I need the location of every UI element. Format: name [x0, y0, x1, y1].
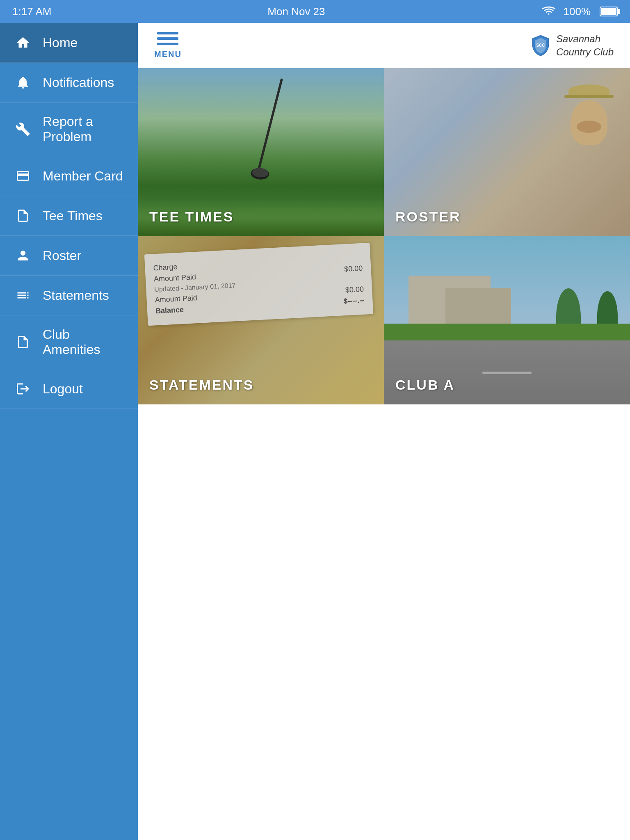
sidebar-label-roster: Roster — [43, 248, 81, 263]
grid-tiles-container: TEE TIMES ROSTER — [138, 68, 630, 404]
menu-bar-3 — [157, 43, 178, 45]
menu-bar-1 — [157, 32, 178, 34]
status-right: 100% — [541, 5, 618, 18]
sidebar-item-statements[interactable]: Statements — [0, 276, 138, 315]
sidebar-label-logout: Logout — [43, 381, 83, 397]
home-icon — [15, 34, 31, 51]
status-time: 1:17 AM — [12, 5, 51, 18]
club-name-line2: Country Club — [556, 46, 614, 58]
sidebar-label-member-card: Member Card — [43, 169, 123, 184]
tile-grid: TEE TIMES ROSTER — [138, 68, 630, 840]
card-icon — [15, 168, 31, 184]
person-icon — [15, 247, 31, 264]
tile-statements-label: STATEMENTS — [149, 377, 254, 393]
tile-amenities[interactable]: CLUB A — [384, 236, 630, 404]
club-shield-icon: SCC — [531, 34, 550, 57]
tile-statements[interactable]: Charge Amount Paid $0.00 Updated - Janua… — [138, 236, 384, 404]
sidebar-label-notifications: Notifications — [43, 75, 114, 90]
club-logo: SCC Savannah Country Club — [531, 32, 614, 58]
tile-roster-label: ROSTER — [395, 209, 461, 225]
status-date: Mon Nov 23 — [267, 5, 325, 18]
status-bar: 1:17 AM Mon Nov 23 100% — [0, 0, 630, 23]
bell-icon — [15, 74, 31, 91]
tile-amenities-label: CLUB A — [395, 377, 455, 393]
battery-percent: 100% — [564, 5, 591, 18]
sidebar-label-statements: Statements — [43, 288, 109, 303]
club-name-container: Savannah Country Club — [556, 32, 614, 58]
sidebar-label-report-problem: Report a Problem — [43, 114, 123, 144]
menu-label: MENU — [154, 50, 182, 59]
wifi-icon — [541, 6, 556, 17]
tile-tee-times[interactable]: TEE TIMES — [138, 68, 384, 236]
list-icon — [15, 287, 31, 304]
sidebar-item-member-card[interactable]: Member Card — [0, 156, 138, 196]
wrench-icon — [15, 121, 31, 137]
sidebar-item-logout[interactable]: Logout — [0, 369, 138, 409]
sidebar-item-report-problem[interactable]: Report a Problem — [0, 103, 138, 156]
sidebar-label-home: Home — [43, 35, 78, 50]
main-content: TEE TIMES ROSTER — [138, 23, 630, 840]
sidebar-label-club-amenities: Club Amenities — [43, 327, 123, 357]
logout-icon — [15, 381, 31, 397]
menu-button[interactable]: MENU — [154, 32, 182, 59]
sidebar-item-home[interactable]: Home — [0, 23, 138, 63]
sidebar-item-notifications[interactable]: Notifications — [0, 63, 138, 103]
top-header: MENU SCC Savannah Country Club — [138, 23, 630, 68]
amenities-icon — [15, 334, 31, 350]
sidebar: Home Notifications Report a Problem Memb… — [0, 23, 138, 840]
document-icon — [15, 208, 31, 224]
sidebar-label-tee-times: Tee Times — [43, 208, 103, 224]
battery-icon — [600, 7, 618, 16]
tile-tee-times-label: TEE TIMES — [149, 209, 234, 225]
sidebar-item-roster[interactable]: Roster — [0, 236, 138, 276]
sidebar-item-tee-times[interactable]: Tee Times — [0, 196, 138, 236]
club-name-line1: Savannah — [556, 32, 614, 45]
menu-bar-2 — [157, 37, 178, 40]
tile-roster[interactable]: ROSTER — [384, 68, 630, 236]
svg-text:SCC: SCC — [536, 43, 545, 48]
sidebar-item-club-amenities[interactable]: Club Amenities — [0, 315, 138, 369]
